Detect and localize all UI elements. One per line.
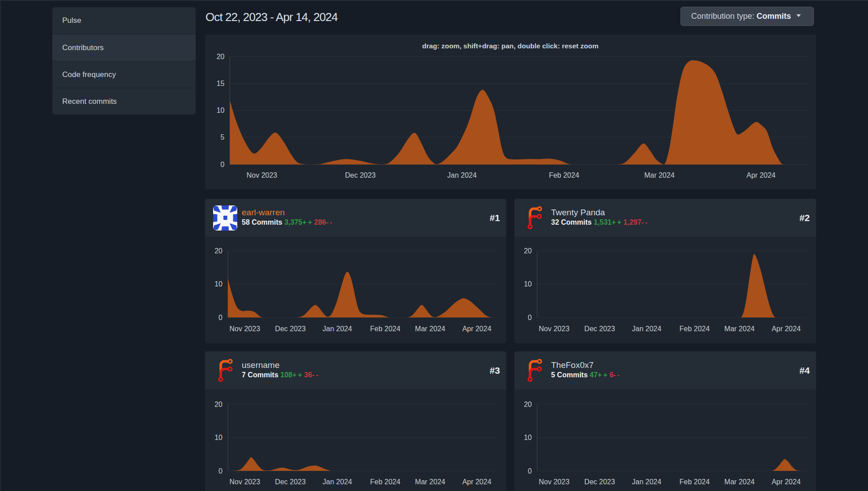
svg-text:Apr 2024: Apr 2024 xyxy=(462,325,492,333)
svg-text:Mar 2024: Mar 2024 xyxy=(724,325,755,333)
svg-text:10: 10 xyxy=(524,280,532,288)
svg-text:0: 0 xyxy=(218,314,222,321)
svg-text:Nov 2023: Nov 2023 xyxy=(247,171,278,179)
svg-text:Apr 2024: Apr 2024 xyxy=(772,478,801,486)
svg-text:0: 0 xyxy=(221,161,225,168)
svg-text:Feb 2024: Feb 2024 xyxy=(549,171,579,179)
svg-text:Jan 2024: Jan 2024 xyxy=(632,478,662,486)
svg-text:20: 20 xyxy=(524,247,532,255)
svg-text:10: 10 xyxy=(214,280,222,288)
svg-text:Dec 2023: Dec 2023 xyxy=(345,171,376,179)
svg-text:Feb 2024: Feb 2024 xyxy=(370,478,401,486)
svg-text:20: 20 xyxy=(214,247,222,255)
svg-text:15: 15 xyxy=(217,80,225,87)
svg-text:0: 0 xyxy=(528,467,532,475)
svg-text:Feb 2024: Feb 2024 xyxy=(370,325,401,333)
svg-text:Mar 2024: Mar 2024 xyxy=(415,478,445,486)
svg-text:Jan 2024: Jan 2024 xyxy=(323,325,352,333)
svg-text:10: 10 xyxy=(214,434,222,441)
svg-text:Nov 2023: Nov 2023 xyxy=(230,325,261,333)
svg-text:Mar 2024: Mar 2024 xyxy=(724,478,755,486)
svg-text:0: 0 xyxy=(528,314,532,321)
svg-text:Dec 2023: Dec 2023 xyxy=(584,478,615,486)
svg-text:Apr 2024: Apr 2024 xyxy=(772,325,801,333)
svg-text:10: 10 xyxy=(524,434,532,441)
svg-text:Nov 2023: Nov 2023 xyxy=(539,325,570,333)
svg-text:5: 5 xyxy=(221,133,225,141)
svg-text:Jan 2024: Jan 2024 xyxy=(632,325,662,333)
svg-text:Apr 2024: Apr 2024 xyxy=(462,478,492,486)
svg-text:Feb 2024: Feb 2024 xyxy=(680,325,710,333)
svg-text:Jan 2024: Jan 2024 xyxy=(323,478,352,486)
svg-text:20: 20 xyxy=(217,53,225,60)
svg-text:Jan 2024: Jan 2024 xyxy=(447,171,477,179)
svg-text:drag: zoom, shift+drag: pan, d: drag: zoom, shift+drag: pan, double clic… xyxy=(422,42,599,50)
svg-text:10: 10 xyxy=(217,107,225,114)
svg-text:Nov 2023: Nov 2023 xyxy=(230,478,261,486)
svg-text:Nov 2023: Nov 2023 xyxy=(539,478,570,486)
svg-text:Mar 2024: Mar 2024 xyxy=(644,171,675,179)
svg-text:20: 20 xyxy=(524,401,532,408)
svg-text:Feb 2024: Feb 2024 xyxy=(680,478,710,486)
svg-text:Dec 2023: Dec 2023 xyxy=(584,325,615,333)
svg-text:Mar 2024: Mar 2024 xyxy=(415,325,445,333)
svg-text:20: 20 xyxy=(214,401,222,408)
svg-text:0: 0 xyxy=(218,467,222,475)
svg-text:Apr 2024: Apr 2024 xyxy=(747,171,776,179)
svg-text:Dec 2023: Dec 2023 xyxy=(275,478,306,486)
svg-text:Dec 2023: Dec 2023 xyxy=(275,325,306,333)
